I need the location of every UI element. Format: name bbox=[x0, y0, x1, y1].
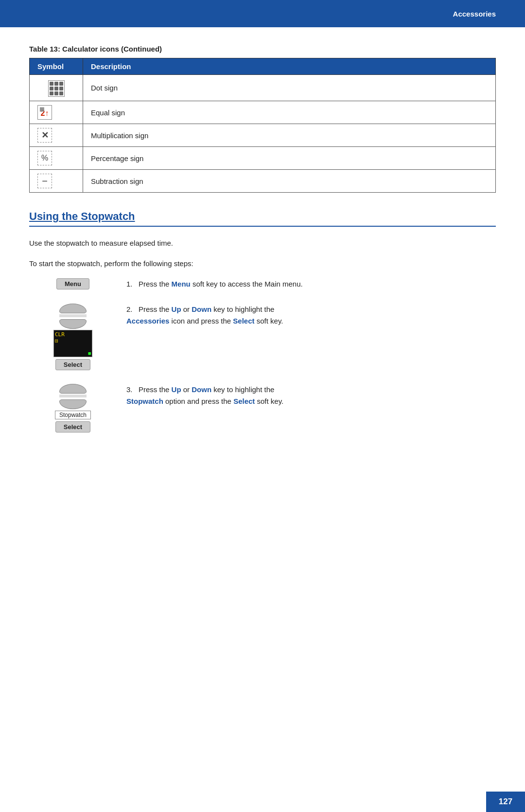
step-1-highlight-menu: Menu bbox=[172, 280, 191, 288]
step-3-visual: Stopwatch Select bbox=[29, 384, 117, 433]
step-2-text-end: icon and press the bbox=[172, 317, 233, 325]
nav-up-key-3 bbox=[59, 384, 87, 394]
step-3-text-before: Press the bbox=[139, 385, 172, 394]
step-2-text-mid: key to highlight the bbox=[213, 305, 274, 313]
col-header-description: Description bbox=[83, 58, 496, 75]
step-3-text-or: or bbox=[183, 385, 192, 394]
desc-cell-subtract: Subtraction sign bbox=[83, 170, 496, 193]
step-3-number: 3. bbox=[126, 385, 137, 394]
nav-down-key-3 bbox=[59, 399, 87, 409]
select-button-step3[interactable]: Select bbox=[55, 421, 90, 433]
calendar-icon: ▦ 2↑ bbox=[37, 105, 75, 120]
top-header: Accessories bbox=[0, 0, 525, 27]
step-1-visual: Menu bbox=[29, 278, 117, 289]
step-2-text: 2. Press the Up or Down key to highlight… bbox=[117, 304, 496, 327]
step-2-number: 2. bbox=[126, 305, 137, 313]
step-1-number: 1. bbox=[126, 280, 137, 288]
step-3-highlight-stopwatch: Stopwatch bbox=[126, 397, 163, 405]
intro-text-1: Use the stopwatch to measure elapsed tim… bbox=[29, 237, 496, 249]
desc-cell-dot: Dot sign bbox=[83, 75, 496, 101]
screen-mockup: CLR⊡ ■ bbox=[53, 330, 92, 357]
table-title: Table 13: Calculator icons (Continued) bbox=[29, 45, 496, 53]
step-1-text: 1. Press the Menu soft key to access the… bbox=[117, 278, 496, 290]
intro-text-2: To start the stopwatch, perform the foll… bbox=[29, 258, 496, 270]
step-2-visual: CLR⊡ ■ Select bbox=[29, 304, 117, 370]
symbol-cell-subtract: − bbox=[30, 170, 83, 193]
table-row: ▦ 2↑ Equal sign bbox=[30, 101, 496, 124]
step-1-text-after: soft key to access the Main menu. bbox=[192, 280, 303, 288]
nav-up-key bbox=[59, 304, 87, 313]
step-2-highlight-accessories: Accessories bbox=[126, 317, 169, 325]
screen-icon: ■ bbox=[88, 351, 91, 356]
desc-cell-percent: Percentage sign bbox=[83, 147, 496, 170]
main-content: Table 13: Calculator icons (Continued) S… bbox=[0, 27, 525, 485]
nav-down-key bbox=[59, 319, 87, 329]
stopwatch-label: Stopwatch bbox=[55, 411, 91, 419]
step-1-text-before: Press the bbox=[139, 280, 172, 288]
nav-keys-step3 bbox=[59, 384, 87, 409]
step-3-text-mid: key to highlight the bbox=[213, 385, 274, 394]
table-row: Dot sign bbox=[30, 75, 496, 101]
minus-icon: − bbox=[37, 174, 75, 188]
table-row: − Subtraction sign bbox=[30, 170, 496, 193]
select-button-step2[interactable]: Select bbox=[55, 359, 90, 370]
symbol-cell-multiply: ✕ bbox=[30, 124, 83, 147]
step-3-row: Stopwatch Select 3. Press the Up or Down… bbox=[29, 384, 496, 433]
step-3-highlight-down: Down bbox=[192, 385, 211, 394]
step-2-highlight-select: Select bbox=[233, 317, 254, 325]
symbol-cell-percent: % bbox=[30, 147, 83, 170]
col-header-symbol: Symbol bbox=[30, 58, 83, 75]
dot-grid-icon bbox=[48, 79, 65, 87]
step-1-row: Menu 1. Press the Menu soft key to acces… bbox=[29, 278, 496, 290]
multiply-icon: ✕ bbox=[37, 128, 75, 143]
step-2-text-before: Press the bbox=[139, 305, 172, 313]
calculator-icons-table: Symbol Description Dot sign bbox=[29, 58, 496, 193]
menu-button[interactable]: Menu bbox=[56, 278, 89, 289]
table-row: % Percentage sign bbox=[30, 147, 496, 170]
desc-cell-equal: Equal sign bbox=[83, 101, 496, 124]
step-2-text-final: soft key. bbox=[257, 317, 283, 325]
header-title: Accessories bbox=[453, 10, 496, 18]
steps-container: Menu 1. Press the Menu soft key to acces… bbox=[29, 278, 496, 433]
step-2-highlight-up: Up bbox=[172, 305, 181, 313]
symbol-cell-equal: ▦ 2↑ bbox=[30, 101, 83, 124]
nav-keys-step2 bbox=[59, 304, 87, 329]
step-2-text-or: or bbox=[183, 305, 192, 313]
step-3-highlight-select: Select bbox=[233, 397, 255, 405]
step-3-highlight-up: Up bbox=[172, 385, 181, 394]
section-heading: Using the Stopwatch bbox=[29, 210, 496, 227]
step-3-text-final: soft key. bbox=[257, 397, 284, 405]
nav-center-key bbox=[59, 314, 87, 317]
symbol-cell-dot bbox=[30, 75, 83, 101]
page-number: 127 bbox=[499, 797, 512, 807]
screen-text: CLR⊡ bbox=[55, 331, 65, 344]
step-2-highlight-down: Down bbox=[192, 305, 211, 313]
percent-icon: % bbox=[37, 151, 75, 165]
nav-center-key-3 bbox=[59, 395, 87, 397]
desc-cell-multiply: Multiplication sign bbox=[83, 124, 496, 147]
page-number-bar: 127 bbox=[486, 792, 525, 812]
step-3-text-end: option and press the bbox=[165, 397, 233, 405]
table-row: ✕ Multiplication sign bbox=[30, 124, 496, 147]
step-3-text: 3. Press the Up or Down key to highlight… bbox=[117, 384, 496, 407]
step-2-row: CLR⊡ ■ Select 2. Press the Up or Down ke… bbox=[29, 304, 496, 370]
